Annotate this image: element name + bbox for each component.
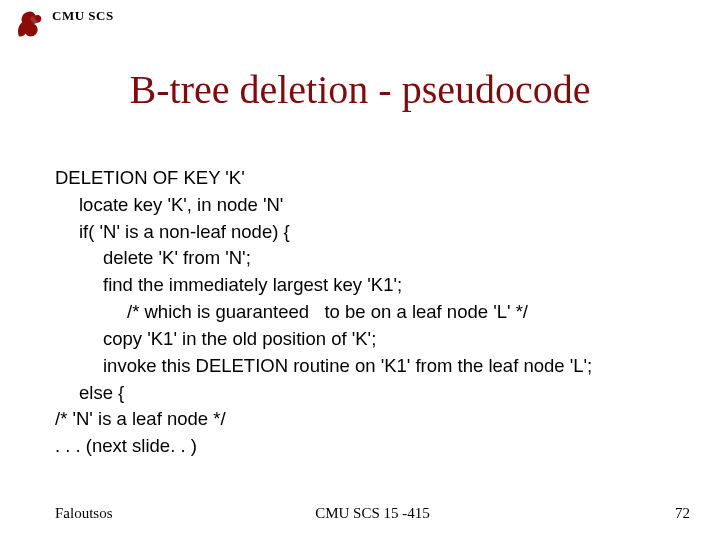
footer-author: Faloutsos xyxy=(55,505,113,522)
slide: CMU SCS B-tree deletion - pseudocode DEL… xyxy=(0,0,720,540)
code-line: /* which is guaranteed to be on a leaf n… xyxy=(55,299,680,326)
code-line: if( 'N' is a non-leaf node) { xyxy=(55,219,680,246)
code-line: locate key 'K', in node 'N' xyxy=(55,192,680,219)
slide-footer: Faloutsos CMU SCS 15 -415 72 xyxy=(55,505,690,522)
pseudocode-block: DELETION OF KEY 'K' locate key 'K', in n… xyxy=(55,165,680,460)
footer-page: 72 xyxy=(675,505,690,522)
slide-header: CMU SCS xyxy=(12,6,114,42)
code-line: /* 'N' is a leaf node */ xyxy=(55,406,680,433)
code-line: . . . (next slide. . ) xyxy=(55,433,680,460)
footer-course: CMU SCS 15 -415 xyxy=(55,505,690,522)
institution-label: CMU SCS xyxy=(52,8,114,24)
code-line: delete 'K' from 'N'; xyxy=(55,245,680,272)
code-line: invoke this DELETION routine on 'K1' fro… xyxy=(55,353,680,380)
code-line: else { xyxy=(55,380,680,407)
slide-title: B-tree deletion - pseudocode xyxy=(0,66,720,113)
griffin-logo-icon xyxy=(12,6,46,42)
code-line: copy 'K1' in the old position of 'K'; xyxy=(55,326,680,353)
code-line: find the immediately largest key 'K1'; xyxy=(55,272,680,299)
code-line: DELETION OF KEY 'K' xyxy=(55,165,680,192)
